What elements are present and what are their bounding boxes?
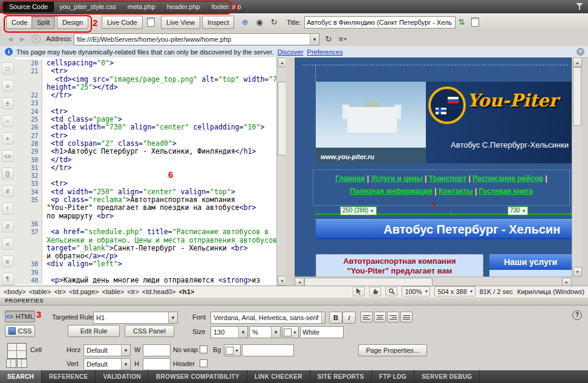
properties-header[interactable]: PROPERTIES <box>0 297 588 306</box>
back-icon[interactable]: ◄ <box>4 33 17 45</box>
code-line[interactable]: 35 <p class="reclama">Автотранспортная к… <box>15 196 276 204</box>
targeted-rule-select[interactable]: H1▼ <box>93 312 178 324</box>
related-file-tab[interactable]: footer.php <box>206 1 247 12</box>
bold-button[interactable]: B <box>329 312 342 324</box>
cell-width-input[interactable] <box>143 344 171 356</box>
scroll-up-icon[interactable]: ▲ <box>573 57 582 67</box>
tag-selector-item[interactable]: <td.head0> <box>142 288 176 295</box>
page-properties-button[interactable]: Page Properties... <box>358 344 427 356</box>
cell-height-input[interactable] <box>143 358 171 370</box>
align-justify-icon[interactable] <box>400 312 413 322</box>
zoom-level-select[interactable]: 100%▼ <box>402 286 430 296</box>
recent-snippets-icon[interactable]: ¶ <box>2 273 14 285</box>
text-color-input[interactable] <box>300 326 344 338</box>
highlight-invalid-code-icon[interactable]: ! <box>2 203 14 215</box>
check-page-icon[interactable] <box>468 16 482 28</box>
code-line[interactable]: 22 </tr> <box>15 91 276 99</box>
code-scrollbar-thumb[interactable] <box>278 82 286 155</box>
tag-selector-item[interactable]: <table> <box>102 288 125 295</box>
address-dropdown-icon[interactable]: ▼ <box>310 34 319 45</box>
select-parent-tag-icon[interactable]: <> <box>2 150 14 162</box>
code-line[interactable]: 28 <td colspan="2" class="head0"> <box>15 140 276 148</box>
code-line[interactable]: 37 <a href="schedule.php" title="Расписа… <box>15 228 276 236</box>
remove-comment-icon[interactable]: « <box>2 238 14 250</box>
nav-link[interactable]: Контакты <box>439 187 473 195</box>
code-line[interactable]: 26 <table width="730" align="center" cel… <box>15 123 276 131</box>
tag-selector-item[interactable]: <tr> <box>127 288 139 295</box>
pane-splitter[interactable] <box>286 57 295 286</box>
italic-button[interactable]: I <box>342 312 356 324</box>
select-tool-icon[interactable] <box>353 287 365 296</box>
related-file-tab[interactable]: you_piter_style.css <box>54 1 122 12</box>
code-line[interactable]: 27 <tr> <box>15 132 276 140</box>
stop-icon[interactable]: ✕ <box>29 33 42 45</box>
address-input[interactable]: file:///E|/WebServers/home/you-piter/www… <box>74 33 319 45</box>
html-mode-button[interactable]: <> HTML <box>5 310 35 322</box>
merge-cells-icon[interactable] <box>6 359 16 368</box>
code-line[interactable]: Хельсинки и обратно. Цены и места отправ… <box>15 237 276 244</box>
results-tab-reference[interactable]: REFERENCE <box>42 370 96 383</box>
horz-select[interactable]: Default▼ <box>83 344 131 356</box>
expand-all-icon[interactable]: + <box>2 133 14 145</box>
size-select[interactable]: 130▼ <box>211 326 248 338</box>
code-vertical-scrollbar[interactable]: ▲ ▼ <box>276 57 286 286</box>
nav-link[interactable]: Услуги и цены <box>371 174 423 183</box>
text-color-picker[interactable]: ▼ <box>282 326 299 338</box>
design-view-button[interactable]: Design <box>57 16 88 29</box>
related-file-tab[interactable]: meta.php <box>122 1 162 12</box>
code-line[interactable]: 39 <box>15 269 276 277</box>
code-line[interactable]: target="_blank">Санкт-Петербург - Хельси… <box>15 244 276 252</box>
tag-selector-item[interactable]: <h1> <box>179 288 195 295</box>
apply-comment-icon[interactable]: // <box>2 220 14 232</box>
code-line[interactable]: по маршруту <br> <box>15 212 276 220</box>
code-line[interactable]: и обратно</a></p> <box>15 252 276 260</box>
code-line[interactable]: 24 <tr> <box>15 108 276 116</box>
balance-braces-icon[interactable]: {} <box>2 168 14 180</box>
tag-selector-item[interactable]: <td.page> <box>69 288 99 295</box>
code-line[interactable]: <td><img src="images/page_top.png" alt="… <box>15 76 276 83</box>
no-wrap-checkbox[interactable] <box>200 345 207 353</box>
code-line[interactable]: 29 <h1>Автобус Петербург - Хельсинки, Фи… <box>15 148 276 155</box>
nav-link[interactable]: Главная <box>335 174 365 183</box>
results-tab-browser-compatibility[interactable]: BROWSER COMPATIBILITY <box>149 370 247 383</box>
code-view[interactable]: 20cellspacing="0">21 <tr> <td><img src="… <box>15 57 276 286</box>
collapse-selection-icon[interactable]: − <box>2 115 14 127</box>
header-checkbox[interactable] <box>200 359 207 367</box>
align-right-icon[interactable] <box>387 312 399 322</box>
forward-icon[interactable]: ► <box>16 33 29 45</box>
live-view-button[interactable]: Live View <box>161 16 200 29</box>
code-line[interactable]: 32 <box>15 172 276 180</box>
related-file-tab[interactable]: header.php <box>162 1 206 12</box>
design-view[interactable]: www.you-piter.ru You-Piter Автобус С.Пет… <box>295 57 572 277</box>
css-mode-button[interactable]: CSS <box>5 325 35 337</box>
reclama-text-block[interactable]: Автотранспортная компания "You-Piter" пр… <box>316 254 483 277</box>
bg-color-picker[interactable]: ▼ <box>224 344 241 356</box>
file-management-icon[interactable]: ⇅ <box>455 16 468 28</box>
code-line[interactable]: 23 <box>15 99 276 107</box>
zoom-tool-icon[interactable] <box>385 287 397 296</box>
results-tab-server-debug[interactable]: SERVER DEBUG <box>414 370 480 383</box>
code-line[interactable]: 25 <td class="page"> <box>15 116 276 123</box>
show-code-navigator-icon[interactable]: » <box>2 80 14 92</box>
bg-color-input[interactable] <box>242 344 294 356</box>
close-infobar-icon[interactable]: ✕ <box>577 48 584 56</box>
split-view-button[interactable]: Split <box>31 16 55 29</box>
code-line[interactable]: 30 </td> <box>15 156 276 164</box>
scroll-down-icon[interactable]: ▼ <box>573 267 582 277</box>
column-width-menu-left[interactable]: 250 (288) ▼ <box>340 206 377 215</box>
tag-selector-item[interactable]: <table> <box>29 288 51 295</box>
code-line[interactable]: 38<div align="left"> <box>15 260 276 268</box>
page-heading-h1[interactable]: Автобус Петербург - Хельсин <box>316 219 572 239</box>
document-title-input[interactable] <box>304 16 456 28</box>
results-tab-search[interactable]: SEARCH <box>0 370 42 383</box>
nav-link[interactable]: Расписание рейсов <box>472 174 543 183</box>
code-line[interactable]: 21 <tr> <box>15 67 276 75</box>
nav-link[interactable]: Транспорт <box>429 174 466 183</box>
code-line[interactable]: 36 <box>15 220 276 228</box>
filter-related-files-icon[interactable] <box>576 3 583 10</box>
design-hscrollbar-thumb[interactable] <box>304 278 433 286</box>
window-size-select[interactable]: 504 x 388▼ <box>434 286 475 296</box>
design-vertical-scrollbar[interactable]: ▲ ▼ <box>572 57 581 277</box>
discover-link[interactable]: Discover <box>278 48 304 56</box>
tag-selector-item[interactable]: <tr> <box>54 288 66 295</box>
